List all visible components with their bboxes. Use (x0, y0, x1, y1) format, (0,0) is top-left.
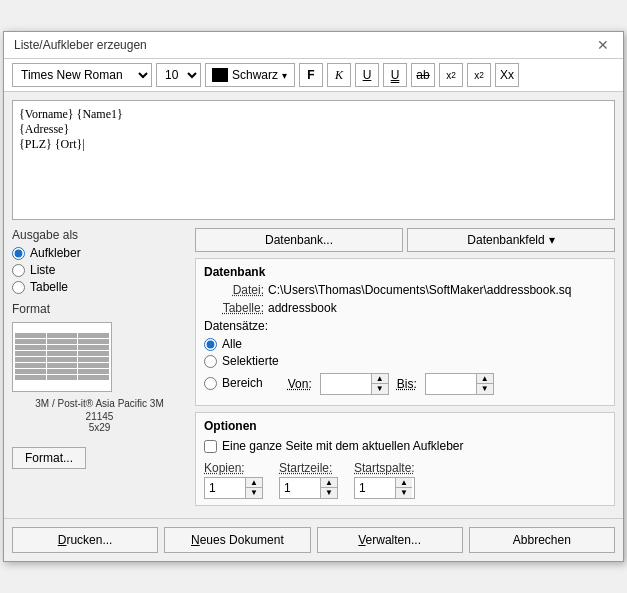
startspalte-label: Startspalte: (354, 461, 415, 475)
ganzeseite-checkbox[interactable] (204, 440, 217, 453)
startspalte-spinner-buttons: ▲ ▼ (395, 478, 412, 498)
tabelle-option[interactable]: Tabelle (12, 280, 187, 294)
aufkleber-label: Aufkleber (30, 246, 81, 260)
editor-area[interactable]: {Vorname} {Name1} {Adresse} {PLZ} {Ort}| (12, 100, 615, 220)
von-spinner-buttons: ▲ ▼ (371, 374, 388, 394)
startzeile-input[interactable] (280, 479, 320, 497)
superscript-button[interactable]: x2 (467, 63, 491, 87)
neues-underline: N (191, 533, 200, 547)
verwalten-button[interactable]: Verwalten... (317, 527, 463, 553)
startspalte-spinner[interactable]: ▲ ▼ (354, 477, 415, 499)
subscript-button[interactable]: x2 (439, 63, 463, 87)
bis-down-button[interactable]: ▼ (477, 384, 493, 394)
bis-spinner[interactable]: ▲ ▼ (425, 373, 494, 395)
selektierte-label: Selektierte (222, 354, 279, 368)
alle-label: Alle (222, 337, 242, 351)
bis-spinner-buttons: ▲ ▼ (476, 374, 493, 394)
selektierte-option[interactable]: Selektierte (204, 354, 606, 368)
startzeile-field: Startzeile: ▲ ▼ (279, 461, 338, 499)
size-select[interactable]: 10 (156, 63, 201, 87)
tabelle-value: addressbook (268, 301, 337, 315)
tabelle-label: Tabelle: (204, 301, 264, 315)
italic-button[interactable]: K (327, 63, 351, 87)
bold-button[interactable]: F (299, 63, 323, 87)
editor-line2: {Adresse} (19, 122, 608, 137)
datei-row: Datei: C:\Users\Thomas\Documents\SoftMak… (204, 283, 606, 297)
editor-line1: {Vorname} {Name1} (19, 107, 608, 122)
dialog: Liste/Aufkleber erzeugen ✕ Times New Rom… (3, 31, 624, 562)
caps-button[interactable]: Xx (495, 63, 519, 87)
von-down-button[interactable]: ▼ (372, 384, 388, 394)
format-button[interactable]: Format... (12, 447, 86, 469)
bis-input[interactable] (426, 375, 476, 393)
output-radio-group: Aufkleber Liste Tabelle (12, 246, 187, 294)
alle-option[interactable]: Alle (204, 337, 606, 351)
startspalte-field: Startspalte: ▲ ▼ (354, 461, 415, 499)
datensaetze-label: Datensätze: (204, 319, 606, 333)
kopien-down[interactable]: ▼ (246, 488, 262, 498)
startspalte-down[interactable]: ▼ (396, 488, 412, 498)
startzeile-spinner-buttons: ▲ ▼ (320, 478, 337, 498)
bottom-bar: Drucken... Neues Dokument Verwalten... A… (4, 518, 623, 561)
product-code: 21145 (12, 411, 187, 422)
aufkleber-option[interactable]: Aufkleber (12, 246, 187, 260)
records-section: Datensätze: Alle Selektierte Bereich (204, 319, 606, 395)
startspalte-input[interactable] (355, 479, 395, 497)
verwalten-rest: erwalten... (366, 533, 421, 547)
startzeile-up[interactable]: ▲ (321, 478, 337, 488)
format-label: Format (12, 302, 187, 316)
main-content: Ausgabe als Aufkleber Liste Tabelle Form… (4, 228, 623, 512)
product-name: 3M / Post-it® Asia Pacific 3M (12, 398, 187, 409)
kopien-spinner-buttons: ▲ ▼ (245, 478, 262, 498)
label-preview (12, 322, 112, 392)
options-checkbox-row[interactable]: Eine ganze Seite mit dem aktuellen Aufkl… (204, 439, 606, 453)
startspalte-up[interactable]: ▲ (396, 478, 412, 488)
tabelle-row: Tabelle: addressbook (204, 301, 606, 315)
von-input[interactable] (321, 375, 371, 393)
datenbank-title: Datenbank (204, 265, 606, 279)
bereich-label: Bereich (222, 376, 263, 390)
ganzeseite-label: Eine ganze Seite mit dem aktuellen Aufkl… (222, 439, 463, 453)
abbrechen-button[interactable]: Abbrechen (469, 527, 615, 553)
right-panel: Datenbank... Datenbankfeld ▾ Datenbank D… (195, 228, 615, 512)
bereich-option[interactable]: Bereich Von: ▲ ▼ Bis: (204, 371, 606, 395)
liste-label: Liste (30, 263, 55, 277)
drucken-button[interactable]: Drucken... (12, 527, 158, 553)
bis-up-button[interactable]: ▲ (477, 374, 493, 384)
kopien-spinner[interactable]: ▲ ▼ (204, 477, 263, 499)
underline-button[interactable]: U (355, 63, 379, 87)
neues-rest: eues Dokument (200, 533, 284, 547)
von-label: Von: (288, 377, 312, 391)
drucken-rest: rucken... (66, 533, 112, 547)
von-spinner[interactable]: ▲ ▼ (320, 373, 389, 395)
color-swatch (212, 68, 228, 82)
output-section-label: Ausgabe als (12, 228, 187, 242)
kopien-up[interactable]: ▲ (246, 478, 262, 488)
left-panel: Ausgabe als Aufkleber Liste Tabelle Form… (12, 228, 187, 512)
datenbankfeld-label: Datenbankfeld (467, 233, 544, 247)
options-spinners-row: Kopien: ▲ ▼ Startzeile: (204, 461, 606, 499)
startzeile-down[interactable]: ▼ (321, 488, 337, 498)
liste-option[interactable]: Liste (12, 263, 187, 277)
datenbankfeld-arrow: ▾ (549, 233, 555, 247)
options-title: Optionen (204, 419, 606, 433)
von-bis-row: Von: ▲ ▼ Bis: (288, 373, 494, 395)
von-up-button[interactable]: ▲ (372, 374, 388, 384)
title-bar: Liste/Aufkleber erzeugen ✕ (4, 32, 623, 59)
underline2-button[interactable]: U (383, 63, 407, 87)
datenbank-section: Datenbank Datei: C:\Users\Thomas\Documen… (195, 258, 615, 406)
records-radio-group: Alle Selektierte Bereich Von: (204, 337, 606, 395)
toolbar: Times New Roman 10 Schwarz ▾ F K U U ab … (4, 59, 623, 92)
color-dropdown-arrow: ▾ (282, 70, 287, 81)
startzeile-spinner[interactable]: ▲ ▼ (279, 477, 338, 499)
strikethrough-button[interactable]: ab (411, 63, 435, 87)
color-button[interactable]: Schwarz ▾ (205, 63, 295, 87)
close-button[interactable]: ✕ (593, 38, 613, 52)
datei-label: Datei: (204, 283, 264, 297)
datenbankfeld-button[interactable]: Datenbankfeld ▾ (407, 228, 615, 252)
neues-dokument-button[interactable]: Neues Dokument (164, 527, 310, 553)
kopien-input[interactable] (205, 479, 245, 497)
datenbank-button[interactable]: Datenbank... (195, 228, 403, 252)
datei-value: C:\Users\Thomas\Documents\SoftMaker\addr… (268, 283, 571, 297)
font-select[interactable]: Times New Roman (12, 63, 152, 87)
